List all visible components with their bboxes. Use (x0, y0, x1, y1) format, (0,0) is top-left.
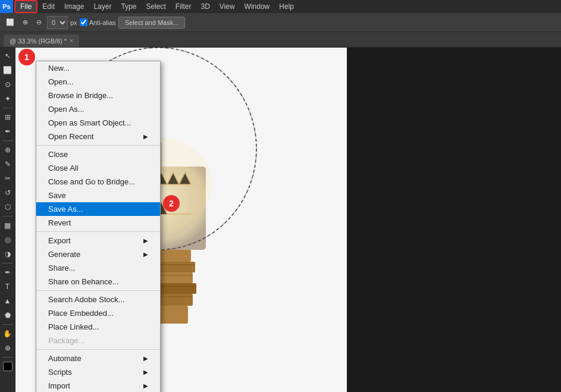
tool-zoom[interactable]: ⊕ (1, 341, 14, 355)
menu-sep-4 (36, 349, 160, 350)
menu-open-as[interactable]: Open As... (36, 102, 160, 116)
px-label: px (70, 19, 77, 26)
tool-heal[interactable]: ⊕ (1, 143, 14, 156)
tool-history-brush[interactable]: ↺ (1, 186, 14, 199)
tool-pen[interactable]: ✒ (1, 266, 14, 279)
menu-scripts[interactable]: Scripts ▶ (36, 365, 160, 379)
generate-submenu-arrow: ▶ (143, 251, 148, 258)
tool-magic-wand[interactable]: ✦ (1, 92, 14, 105)
menu-generate[interactable]: Generate ▶ (36, 247, 160, 261)
menu-image[interactable]: Image (59, 0, 89, 13)
menu-view[interactable]: View (215, 0, 240, 13)
tab-bar: @ 33.3% (RGB/8) * × (0, 32, 561, 48)
annotation-2: 2 (163, 195, 180, 212)
menu-open[interactable]: Open... (36, 75, 160, 89)
automate-submenu-arrow: ▶ (143, 355, 148, 362)
menu-open-smart[interactable]: Open as Smart Object... (36, 116, 160, 130)
tool-option-1[interactable]: ⬜ (3, 17, 17, 27)
menu-file[interactable]: File (14, 0, 37, 13)
menu-3d[interactable]: 3D (196, 0, 214, 13)
menu-select[interactable]: Select (141, 0, 170, 13)
menu-filter[interactable]: Filter (171, 0, 196, 13)
anti-alias-label[interactable]: Anti-alias (80, 18, 116, 26)
menu-search-stock[interactable]: Search Adobe Stock... (36, 293, 160, 306)
tool-move[interactable]: ↖ (1, 49, 14, 62)
tool-shape[interactable]: ⬟ (1, 309, 14, 322)
tool-sep-4 (2, 263, 13, 264)
annotation-1: 1 (18, 49, 35, 65)
menu-save-as[interactable]: Save As... (36, 202, 160, 216)
menu-browse-bridge[interactable]: Browse in Bridge... (36, 89, 160, 102)
tool-sep-3 (2, 216, 13, 217)
menu-close-bridge[interactable]: Close and Go to Bridge... (36, 175, 160, 189)
menu-import[interactable]: Import ▶ (36, 379, 160, 392)
tools-sidebar: ↖ ⬜ ⊙ ✦ ⊞ ✒ ⊕ ✎ ✂ ↺ ⬡ ▦ ◎ ◑ ✒ T ▲ ⬟ ✋ ⊕ (0, 48, 15, 392)
canvas-area: New... Open... Browse in Bridge... Open … (15, 48, 561, 392)
anti-alias-checkbox[interactable] (80, 18, 87, 26)
file-dropdown-menu: New... Open... Browse in Bridge... Open … (36, 61, 161, 392)
tool-clone[interactable]: ✂ (1, 172, 14, 185)
tool-dodge[interactable]: ◑ (1, 247, 14, 261)
import-submenu-arrow: ▶ (143, 382, 148, 389)
options-toolbar: ⬜ ⊕ ⊖ 0 px Anti-alias Select and Mask... (0, 13, 561, 32)
tool-lasso[interactable]: ⊙ (1, 78, 14, 91)
menu-window[interactable]: Window (240, 0, 275, 13)
tool-eyedropper[interactable]: ✒ (1, 125, 14, 138)
menu-new[interactable]: New... (36, 61, 160, 75)
menu-close[interactable]: Close (36, 148, 160, 161)
tool-select-rect[interactable]: ⬜ (1, 64, 14, 77)
menu-save[interactable]: Save (36, 189, 160, 202)
menu-revert[interactable]: Revert (36, 216, 160, 230)
tool-crop[interactable]: ⊞ (1, 111, 14, 124)
menu-automate[interactable]: Automate ▶ (36, 352, 160, 365)
menu-place-linked[interactable]: Place Linked... (36, 320, 160, 334)
tool-path-select[interactable]: ▲ (1, 294, 14, 308)
menu-close-all[interactable]: Close All (36, 161, 160, 175)
tool-sep-1 (2, 108, 13, 108)
menu-export[interactable]: Export ▶ (36, 234, 160, 247)
tool-option-3[interactable]: ⊖ (33, 17, 45, 27)
menu-sep-1 (36, 145, 160, 146)
menu-share[interactable]: Share... (36, 261, 160, 275)
tool-blur[interactable]: ◎ (1, 233, 14, 246)
tab-close-button[interactable]: × (70, 37, 73, 44)
tool-sep-5 (2, 324, 13, 325)
tool-option-2[interactable]: ⊕ (20, 17, 31, 27)
tool-gradient[interactable]: ▦ (1, 219, 14, 232)
tool-hand[interactable]: ✋ (1, 327, 14, 340)
menu-type[interactable]: Type (116, 0, 141, 13)
menu-edit[interactable]: Edit (37, 0, 59, 13)
tool-eraser[interactable]: ⬡ (1, 200, 14, 214)
document-tab[interactable]: @ 33.3% (RGB/8) * × (3, 34, 80, 47)
scripts-submenu-arrow: ▶ (143, 369, 148, 375)
menu-layer[interactable]: Layer (89, 0, 116, 13)
select-mask-button[interactable]: Select and Mask... (118, 17, 186, 29)
app-logo: Ps (0, 0, 13, 13)
tool-sep-6 (2, 357, 13, 357)
tool-sep-2 (2, 140, 13, 141)
feather-select[interactable]: 0 (47, 16, 68, 29)
submenu-arrow: ▶ (143, 133, 148, 140)
menu-sep-3 (36, 290, 160, 291)
menu-package: Package... (36, 334, 160, 347)
menu-sep-2 (36, 231, 160, 232)
menu-share-behance[interactable]: Share on Behance... (36, 275, 160, 288)
menu-open-recent[interactable]: Open Recent ▶ (36, 130, 160, 143)
tool-brush[interactable]: ✎ (1, 158, 14, 171)
main-area: ↖ ⬜ ⊙ ✦ ⊞ ✒ ⊕ ✎ ✂ ↺ ⬡ ▦ ◎ ◑ ✒ T ▲ ⬟ ✋ ⊕ (0, 48, 561, 392)
tool-type[interactable]: T (1, 280, 14, 293)
menu-place-embedded[interactable]: Place Embedded... (36, 306, 160, 320)
export-submenu-arrow: ▶ (143, 237, 148, 244)
tab-label: @ 33.3% (RGB/8) * (10, 37, 67, 45)
menu-help[interactable]: Help (274, 0, 299, 13)
menubar: Ps File Edit Image Layer Type Select Fil… (0, 0, 561, 13)
tool-foreground-color[interactable] (3, 362, 12, 371)
